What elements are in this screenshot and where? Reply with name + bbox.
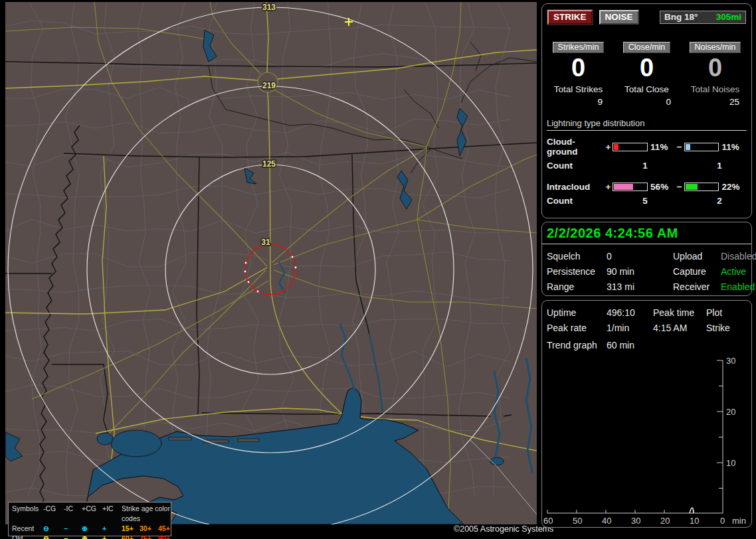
ic-negative-bar xyxy=(684,183,719,191)
count-label: Count xyxy=(547,161,608,171)
svg-text:min: min xyxy=(732,516,746,526)
pos-cg-old-icon: ⊕ xyxy=(82,534,102,539)
pos-ic-old-icon: + xyxy=(102,534,122,539)
uptime-stats: Uptime 496:10 Peak time Plot Peak rate 1… xyxy=(542,301,751,333)
cg-positive-bar xyxy=(613,143,648,151)
trend-strike-spike xyxy=(690,508,694,513)
copyright-text: ©2005 Astrogenic Systems xyxy=(454,524,553,534)
cg-negative-bar xyxy=(684,143,719,151)
minus-sign: − xyxy=(676,182,684,192)
noise-mode-button[interactable]: NOISE xyxy=(599,10,639,25)
age-30: 30+ xyxy=(140,524,158,534)
peak-rate-label: Peak rate xyxy=(547,323,607,333)
cg-negative-count: 1 xyxy=(682,161,756,171)
noises-counter: Noises/min 0 Total Noises 25 xyxy=(684,42,746,107)
age-45: 45+ xyxy=(158,524,175,534)
strikes-counter: Strikes/min 0 Total Strikes 9 xyxy=(547,42,609,107)
plus-sign: + xyxy=(604,142,612,152)
age-90: 90+ xyxy=(158,534,175,539)
strikes-per-min-chip: Strikes/min xyxy=(553,42,605,53)
ic-positive-count: 5 xyxy=(608,196,682,206)
lightning-type-distribution: Lightning type distribution Cloud-ground… xyxy=(542,118,751,206)
ic-negative-count: 2 xyxy=(682,196,756,206)
svg-text:60: 60 xyxy=(543,516,553,526)
intracloud-row: Intracloud + 56% − 22% xyxy=(547,182,747,192)
map-legend: Symbols -CG -IC +CG +IC Strike age color… xyxy=(8,502,171,536)
trend-axis-labels: 605040 302010 0min 302010 xyxy=(543,356,746,526)
range-value: 313 mi xyxy=(607,281,673,292)
receiver-status: Enabled xyxy=(721,281,756,292)
legend-age-header: Strike age color codes xyxy=(122,504,175,524)
peak-time-label: Peak time xyxy=(653,307,706,318)
cloud-ground-label: Cloud-ground xyxy=(547,137,604,157)
ring-label-313: 313 xyxy=(262,3,276,12)
svg-text:40: 40 xyxy=(602,516,611,526)
capture-label: Capture xyxy=(673,266,721,277)
bearing-distance: 305mi xyxy=(716,11,741,23)
cloud-ground-row: Cloud-ground + 11% − 11% xyxy=(547,137,747,157)
ring-label-219: 219 xyxy=(262,81,276,90)
legend-row-old-label: Old xyxy=(12,534,43,539)
plot-label: Plot xyxy=(706,307,747,318)
legend-col-pos-cg: +CG xyxy=(82,504,102,524)
total-close-value: 0 xyxy=(616,97,678,107)
ring-label-31: 31 xyxy=(261,238,270,247)
age-75: 75+ xyxy=(140,534,158,539)
svg-text:30: 30 xyxy=(726,356,735,366)
strikes-per-min-value: 0 xyxy=(547,54,609,81)
close-per-min-value: 0 xyxy=(616,54,678,81)
minus-sign: − xyxy=(676,142,684,152)
legend-col-pos-ic: +IC xyxy=(102,504,122,524)
cloud-ground-count-row: Count 1 1 xyxy=(547,161,747,171)
mode-button-row: STRIKE NOISE Bng 18° 305mi xyxy=(542,4,751,25)
noises-per-min-chip: Noises/min xyxy=(690,42,741,53)
svg-text:20: 20 xyxy=(726,407,735,417)
strike-stats-panel: STRIKE NOISE Bng 18° 305mi Strikes/min 0… xyxy=(541,3,752,218)
persistence-value: 90 min xyxy=(607,266,673,277)
distribution-header: Lightning type distribution xyxy=(547,118,747,131)
bearing-indicator: Bng 18° 305mi xyxy=(660,11,746,24)
cg-negative-pct: 11% xyxy=(721,142,747,152)
legend-col-neg-ic: -IC xyxy=(64,504,82,524)
neg-ic-old-icon: − xyxy=(64,534,82,539)
svg-text:0: 0 xyxy=(720,516,725,526)
upload-label: Upload xyxy=(673,251,721,262)
noises-per-min-value: 0 xyxy=(684,54,746,81)
app-window: { "map": { "ring_labels": ["313", "219",… xyxy=(0,0,756,539)
cg-positive-pct: 11% xyxy=(650,142,676,152)
svg-text:20: 20 xyxy=(660,516,670,526)
trend-graph: 605040 302010 0min 302010 xyxy=(543,355,751,526)
neg-ic-recent-icon: − xyxy=(64,524,82,534)
close-per-min-chip: Close/min xyxy=(623,42,671,53)
capture-status: Active xyxy=(721,266,756,277)
neg-cg-old-icon: ⊖ xyxy=(43,534,64,539)
plot-type-value: Strike xyxy=(706,323,747,333)
lightning-map[interactable]: 313 219 125 31 xyxy=(5,2,537,524)
intracloud-label: Intracloud xyxy=(547,182,604,192)
ic-positive-bar xyxy=(613,183,648,191)
peak-time-value: 4:15 AM xyxy=(653,323,706,333)
trend-graph-row: Trend graph 60 min xyxy=(542,333,751,350)
upload-status: Disabled xyxy=(721,251,756,262)
map-canvas: 313 219 125 31 xyxy=(5,2,537,524)
bearing-label: Bng 18° xyxy=(664,11,698,23)
svg-text:10: 10 xyxy=(726,458,735,468)
age-60: 60+ xyxy=(122,534,140,539)
ic-negative-pct: 22% xyxy=(721,182,747,192)
total-strikes-value: 9 xyxy=(547,97,609,107)
uptime-value: 496:10 xyxy=(607,307,653,318)
svg-text:50: 50 xyxy=(573,516,582,526)
peak-rate-value: 1/min xyxy=(607,323,653,333)
svg-text:10: 10 xyxy=(690,516,699,526)
ic-positive-pct: 56% xyxy=(650,182,676,192)
squelch-label: Squelch xyxy=(547,251,607,262)
persistence-label: Persistence xyxy=(547,266,607,277)
strike-mode-button[interactable]: STRIKE xyxy=(547,10,593,25)
count-label: Count xyxy=(547,196,608,206)
intracloud-count-row: Count 5 2 xyxy=(547,196,747,206)
trend-graph-duration: 60 min xyxy=(607,340,634,350)
uptime-label: Uptime xyxy=(547,307,607,318)
total-strikes-label: Total Strikes xyxy=(547,84,609,94)
legend-symbols-header: Symbols xyxy=(12,504,43,524)
trend-graph-label: Trend graph xyxy=(547,340,607,350)
